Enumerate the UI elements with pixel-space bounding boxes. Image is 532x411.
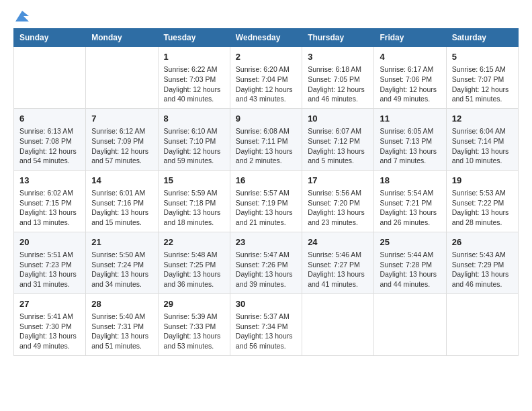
day-number: 3 <box>308 51 368 63</box>
calendar-cell: 15Sunrise: 5:59 AM Sunset: 7:18 PM Dayli… <box>158 170 230 232</box>
day-content: Sunrise: 5:41 AM Sunset: 7:30 PM Dayligh… <box>19 312 80 351</box>
calendar-cell: 28Sunrise: 5:40 AM Sunset: 7:31 PM Dayli… <box>86 293 158 355</box>
day-number: 10 <box>308 113 368 125</box>
calendar-cell: 26Sunrise: 5:43 AM Sunset: 7:29 PM Dayli… <box>446 232 518 293</box>
day-content: Sunrise: 6:13 AM Sunset: 7:08 PM Dayligh… <box>19 126 80 166</box>
day-content: Sunrise: 6:22 AM Sunset: 7:03 PM Dayligh… <box>164 64 224 104</box>
day-content: Sunrise: 6:18 AM Sunset: 7:05 PM Dayligh… <box>308 64 368 104</box>
day-number: 14 <box>91 175 152 187</box>
day-content: Sunrise: 6:04 AM Sunset: 7:14 PM Dayligh… <box>452 126 513 166</box>
calendar-cell <box>86 47 158 109</box>
calendar-cell: 24Sunrise: 5:46 AM Sunset: 7:27 PM Dayli… <box>302 232 374 293</box>
day-number: 21 <box>91 236 152 248</box>
day-number: 7 <box>91 113 152 125</box>
day-content: Sunrise: 6:10 AM Sunset: 7:10 PM Dayligh… <box>164 126 224 166</box>
day-content: Sunrise: 5:57 AM Sunset: 7:19 PM Dayligh… <box>236 188 296 228</box>
day-content: Sunrise: 5:46 AM Sunset: 7:27 PM Dayligh… <box>308 250 368 289</box>
calendar-table: SundayMondayTuesdayWednesdayThursdayFrid… <box>13 28 519 356</box>
calendar-cell: 10Sunrise: 6:07 AM Sunset: 7:12 PM Dayli… <box>302 108 374 170</box>
day-content: Sunrise: 5:37 AM Sunset: 7:34 PM Dayligh… <box>236 312 296 351</box>
day-content: Sunrise: 6:01 AM Sunset: 7:16 PM Dayligh… <box>91 188 152 228</box>
calendar-cell: 29Sunrise: 5:39 AM Sunset: 7:33 PM Dayli… <box>158 293 230 355</box>
calendar-cell: 5Sunrise: 6:15 AM Sunset: 7:07 PM Daylig… <box>446 47 518 109</box>
day-content: Sunrise: 5:59 AM Sunset: 7:18 PM Dayligh… <box>164 188 224 228</box>
calendar-cell <box>446 293 518 355</box>
calendar-week-4: 20Sunrise: 5:51 AM Sunset: 7:23 PM Dayli… <box>14 232 519 293</box>
day-number: 28 <box>91 298 152 310</box>
header-wednesday: Wednesday <box>230 29 302 47</box>
day-number: 22 <box>164 236 224 248</box>
day-number: 1 <box>164 51 224 63</box>
calendar-header-row: SundayMondayTuesdayWednesdayThursdayFrid… <box>14 29 519 47</box>
day-number: 4 <box>380 51 440 63</box>
day-number: 16 <box>236 175 296 187</box>
svg-marker-0 <box>15 11 29 21</box>
calendar-cell: 8Sunrise: 6:10 AM Sunset: 7:10 PM Daylig… <box>158 108 230 170</box>
header-tuesday: Tuesday <box>158 29 230 47</box>
day-content: Sunrise: 5:56 AM Sunset: 7:20 PM Dayligh… <box>308 188 368 228</box>
day-number: 12 <box>452 113 513 125</box>
calendar-cell: 3Sunrise: 6:18 AM Sunset: 7:05 PM Daylig… <box>302 47 374 109</box>
day-number: 2 <box>236 51 296 63</box>
day-content: Sunrise: 5:54 AM Sunset: 7:21 PM Dayligh… <box>380 188 440 228</box>
day-content: Sunrise: 5:44 AM Sunset: 7:28 PM Dayligh… <box>380 250 440 289</box>
calendar-cell <box>374 293 446 355</box>
calendar-week-1: 1Sunrise: 6:22 AM Sunset: 7:03 PM Daylig… <box>14 47 519 109</box>
day-number: 24 <box>308 236 368 248</box>
day-content: Sunrise: 6:17 AM Sunset: 7:06 PM Dayligh… <box>380 64 440 104</box>
header-thursday: Thursday <box>302 29 374 47</box>
day-content: Sunrise: 6:15 AM Sunset: 7:07 PM Dayligh… <box>452 64 513 104</box>
calendar-cell: 1Sunrise: 6:22 AM Sunset: 7:03 PM Daylig… <box>158 47 230 109</box>
day-number: 8 <box>164 113 224 125</box>
day-content: Sunrise: 5:50 AM Sunset: 7:24 PM Dayligh… <box>91 250 152 289</box>
logo-icon <box>15 11 29 21</box>
day-content: Sunrise: 5:51 AM Sunset: 7:23 PM Dayligh… <box>19 250 80 289</box>
day-content: Sunrise: 6:05 AM Sunset: 7:13 PM Dayligh… <box>380 126 440 166</box>
calendar-cell: 30Sunrise: 5:37 AM Sunset: 7:34 PM Dayli… <box>230 293 302 355</box>
day-content: Sunrise: 5:39 AM Sunset: 7:33 PM Dayligh… <box>164 312 224 351</box>
day-number: 23 <box>236 236 296 248</box>
header-friday: Friday <box>374 29 446 47</box>
calendar-cell: 11Sunrise: 6:05 AM Sunset: 7:13 PM Dayli… <box>374 108 446 170</box>
calendar-cell: 4Sunrise: 6:17 AM Sunset: 7:06 PM Daylig… <box>374 47 446 109</box>
day-number: 13 <box>19 175 80 187</box>
day-content: Sunrise: 5:40 AM Sunset: 7:31 PM Dayligh… <box>91 312 152 351</box>
calendar-cell: 17Sunrise: 5:56 AM Sunset: 7:20 PM Dayli… <box>302 170 374 232</box>
day-number: 20 <box>19 236 80 248</box>
day-content: Sunrise: 5:43 AM Sunset: 7:29 PM Dayligh… <box>452 250 513 289</box>
calendar-cell: 13Sunrise: 6:02 AM Sunset: 7:15 PM Dayli… <box>14 170 86 232</box>
day-number: 26 <box>452 236 513 248</box>
calendar-cell: 12Sunrise: 6:04 AM Sunset: 7:14 PM Dayli… <box>446 108 518 170</box>
header-monday: Monday <box>86 29 158 47</box>
calendar-cell: 16Sunrise: 5:57 AM Sunset: 7:19 PM Dayli… <box>230 170 302 232</box>
day-number: 5 <box>452 51 513 63</box>
calendar-cell: 14Sunrise: 6:01 AM Sunset: 7:16 PM Dayli… <box>86 170 158 232</box>
logo <box>13 13 29 21</box>
day-number: 18 <box>380 175 440 187</box>
day-number: 15 <box>164 175 224 187</box>
calendar-cell: 19Sunrise: 5:53 AM Sunset: 7:22 PM Dayli… <box>446 170 518 232</box>
day-number: 30 <box>236 298 296 310</box>
calendar-week-3: 13Sunrise: 6:02 AM Sunset: 7:15 PM Dayli… <box>14 170 519 232</box>
day-number: 6 <box>19 113 80 125</box>
calendar-cell: 22Sunrise: 5:48 AM Sunset: 7:25 PM Dayli… <box>158 232 230 293</box>
day-number: 29 <box>164 298 224 310</box>
day-content: Sunrise: 6:07 AM Sunset: 7:12 PM Dayligh… <box>308 126 368 166</box>
day-content: Sunrise: 5:47 AM Sunset: 7:26 PM Dayligh… <box>236 250 296 289</box>
calendar-week-5: 27Sunrise: 5:41 AM Sunset: 7:30 PM Dayli… <box>14 293 519 355</box>
day-content: Sunrise: 6:12 AM Sunset: 7:09 PM Dayligh… <box>91 126 152 166</box>
page-header <box>13 13 519 21</box>
calendar-cell: 23Sunrise: 5:47 AM Sunset: 7:26 PM Dayli… <box>230 232 302 293</box>
day-content: Sunrise: 6:02 AM Sunset: 7:15 PM Dayligh… <box>19 188 80 228</box>
day-content: Sunrise: 6:20 AM Sunset: 7:04 PM Dayligh… <box>236 64 296 104</box>
calendar-cell <box>14 47 86 109</box>
day-content: Sunrise: 6:08 AM Sunset: 7:11 PM Dayligh… <box>236 126 296 166</box>
header-saturday: Saturday <box>446 29 518 47</box>
calendar-cell: 25Sunrise: 5:44 AM Sunset: 7:28 PM Dayli… <box>374 232 446 293</box>
calendar-cell: 21Sunrise: 5:50 AM Sunset: 7:24 PM Dayli… <box>86 232 158 293</box>
day-number: 11 <box>380 113 440 125</box>
calendar-cell: 27Sunrise: 5:41 AM Sunset: 7:30 PM Dayli… <box>14 293 86 355</box>
calendar-cell: 18Sunrise: 5:54 AM Sunset: 7:21 PM Dayli… <box>374 170 446 232</box>
calendar-week-2: 6Sunrise: 6:13 AM Sunset: 7:08 PM Daylig… <box>14 108 519 170</box>
day-number: 19 <box>452 175 513 187</box>
